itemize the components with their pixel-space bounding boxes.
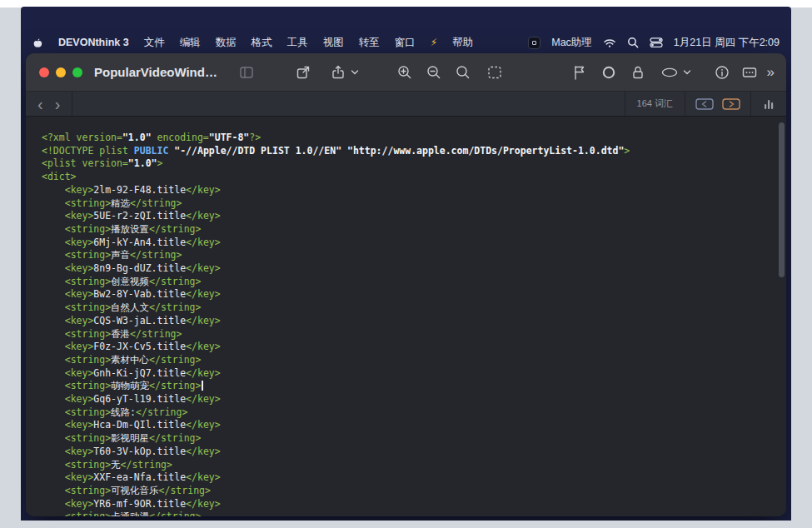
search-icon[interactable] xyxy=(627,37,639,48)
code-line: <key>Bw2-8Y-Vab.title</key> xyxy=(42,288,778,301)
oval-group xyxy=(660,63,691,82)
minimize-button[interactable] xyxy=(56,67,66,77)
code-line: <key>2lm-92-F48.title</key> xyxy=(42,184,778,197)
code-line: <key>CQS-W3-jaL.title</key> xyxy=(42,315,778,328)
code-line: <!DOCTYPE plist PUBLIC "-//Apple//DTD PL… xyxy=(42,145,778,158)
menu-item[interactable]: 视图 xyxy=(323,36,344,50)
selection-icon[interactable] xyxy=(486,63,504,82)
scrollbar-thumb[interactable] xyxy=(779,122,785,277)
menu-item[interactable]: 工具 xyxy=(287,36,308,50)
menu-item-help[interactable]: 帮助 xyxy=(452,36,473,50)
menubar-status-area: Mac助理 1月21 xyxy=(528,36,780,50)
menu-item[interactable]: 数据 xyxy=(216,36,237,50)
assistant-label[interactable]: Mac助理 xyxy=(551,36,592,50)
code-line: <string>卡通动漫</string> xyxy=(42,511,778,516)
code-line: <plist version="1.0"> xyxy=(42,157,778,171)
menu-item[interactable]: 窗口 xyxy=(395,36,416,50)
apple-logo-icon[interactable] xyxy=(32,37,43,49)
window-toolbar: PopularVideoWind… xyxy=(26,53,786,92)
menu-item[interactable]: 编辑 xyxy=(180,36,201,50)
code-line: <string>素材中心</string> xyxy=(42,354,778,367)
code-line: <string>香港</string> xyxy=(42,328,778,341)
code-line: <key>F0z-JX-Cv5.title</key> xyxy=(42,341,778,354)
history-nav: ‹ › xyxy=(26,95,72,113)
concordance-icon[interactable] xyxy=(751,97,786,111)
devonthink-window: PopularVideoWind… xyxy=(26,53,786,516)
more-icon[interactable]: » xyxy=(767,65,775,79)
code-line: <string>自然人文</string> xyxy=(42,301,778,315)
code-line: <key>6Mj-kY-An4.title</key> xyxy=(42,237,778,250)
code-line: <string>播放设置</string> xyxy=(42,223,778,237)
oval-icon[interactable] xyxy=(660,63,680,82)
share-icon[interactable] xyxy=(329,63,347,82)
code-line: <key>YR6-mf-9OR.title</key> xyxy=(42,498,778,511)
code-line: <string>精选</string> xyxy=(42,197,778,211)
window-controls xyxy=(39,67,82,77)
text-caret xyxy=(202,381,203,391)
code-line: <key>T60-3V-kOp.title</key> xyxy=(42,446,778,459)
code-line: <key>5UE-r2-zQI.title</key> xyxy=(42,210,778,223)
menu-extra-icon[interactable]: ⚡ xyxy=(431,37,437,48)
code-line: <string>创意视频</string> xyxy=(42,276,778,289)
menu-bar: DEVONthink 3 文件编辑数据格式工具视图转至窗口 ⚡ 帮助 Mac助理 xyxy=(21,32,791,53)
window-title: PopularVideoWind… xyxy=(94,65,217,79)
editor-content[interactable]: <?xml version="1.0" encoding="UTF-8"?><!… xyxy=(26,117,786,516)
chevron-down-icon[interactable] xyxy=(683,69,691,76)
menu-item[interactable]: 转至 xyxy=(359,36,380,50)
code-line: <string>声音</string> xyxy=(42,249,778,262)
close-button[interactable] xyxy=(39,67,49,77)
code-line: <dict> xyxy=(42,171,778,184)
next-tag-icon[interactable] xyxy=(722,98,740,110)
editor-bar: ‹ › 164 词汇 xyxy=(26,92,786,117)
code-line: <key>Hca-Dm-QIl.title</key> xyxy=(42,419,778,432)
code-line: <key>Gnh-Ki-jQ7.title</key> xyxy=(42,367,778,381)
back-icon[interactable]: ‹ xyxy=(37,95,43,113)
code-line: <key>8n9-Bg-dUZ.title</key> xyxy=(42,262,778,276)
tag-nav xyxy=(685,98,750,110)
code-line: <?xml version="1.0" encoding="UTF-8"?> xyxy=(42,132,778,145)
lock-icon[interactable] xyxy=(629,63,647,82)
dots-panel-icon[interactable] xyxy=(740,63,759,82)
share-group xyxy=(329,63,359,82)
flag-icon[interactable] xyxy=(570,63,589,82)
code-line: <key>Gq6-yT-l19.title</key> xyxy=(42,393,778,406)
open-externally-icon[interactable] xyxy=(294,63,312,82)
control-center-icon[interactable] xyxy=(650,37,663,47)
code-line: <key>XXF-ea-Nfa.title</key> xyxy=(42,471,778,485)
prev-tag-icon[interactable] xyxy=(695,98,714,110)
divider xyxy=(72,92,72,116)
fullscreen-button[interactable] xyxy=(72,67,82,77)
menubar-clock[interactable]: 1月21日 周四 下午2:09 xyxy=(674,36,780,50)
menu-item[interactable]: 格式 xyxy=(252,36,272,50)
code-line: <string>无</string> xyxy=(42,459,778,472)
code-line: <string>可视化音乐</string> xyxy=(42,485,778,498)
code-line: <string>影视明星</string> xyxy=(42,432,778,446)
zoom-out-icon[interactable] xyxy=(425,63,443,82)
chevron-down-icon[interactable] xyxy=(351,69,359,76)
zoom-in-icon[interactable] xyxy=(396,63,414,82)
wifi-icon[interactable] xyxy=(603,37,616,48)
zoom-actual-icon[interactable] xyxy=(454,63,472,82)
word-count: 164 词汇 xyxy=(625,97,685,110)
menu-item[interactable]: 文件 xyxy=(144,36,165,50)
code-line: <string>线路:</string> xyxy=(42,406,778,420)
app-badge-icon[interactable] xyxy=(528,37,541,49)
code-lines: <?xml version="1.0" encoding="UTF-8"?><!… xyxy=(26,117,778,516)
menu-items: 文件编辑数据格式工具视图转至窗口 xyxy=(144,36,416,50)
circle-icon[interactable] xyxy=(600,63,618,82)
desktop: DEVONthink 3 文件编辑数据格式工具视图转至窗口 ⚡ 帮助 Mac助理 xyxy=(21,7,791,521)
forward-icon[interactable]: › xyxy=(55,95,61,113)
code-line: <string>萌物萌宠</string> xyxy=(42,380,778,393)
menubar-app-name[interactable]: DEVONthink 3 xyxy=(58,37,129,48)
sidebar-toggle-icon[interactable] xyxy=(237,63,256,82)
info-icon[interactable] xyxy=(713,63,731,82)
